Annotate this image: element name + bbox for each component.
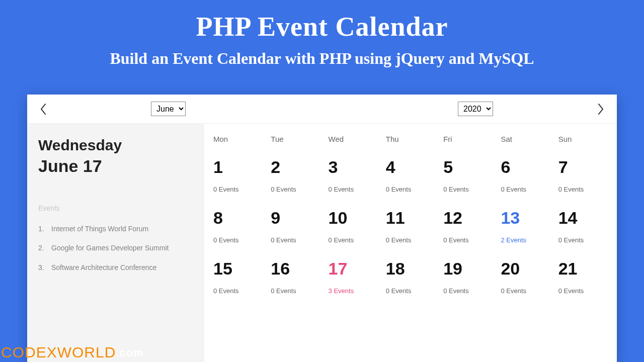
chevron-right-icon	[597, 103, 605, 115]
day-event-count: 0 Events	[271, 186, 320, 193]
day-event-count: 0 Events	[213, 186, 263, 193]
day-number: 4	[386, 158, 435, 175]
weekday-header: Fri	[439, 133, 497, 152]
day-number: 8	[213, 209, 263, 226]
page-title: PHP Event Calendar	[0, 0, 644, 42]
selected-day-date: June 17	[38, 156, 193, 176]
day-event-count: 0 Events	[558, 236, 608, 244]
month-select[interactable]: June	[151, 102, 186, 116]
calendar-day[interactable]: 80 Events	[209, 203, 267, 254]
day-number: 17	[329, 260, 378, 277]
selected-day-weekday: Wednesday	[38, 137, 193, 154]
day-number: 15	[213, 260, 263, 277]
day-event-count: 0 Events	[443, 236, 493, 244]
day-event-count: 0 Events	[443, 287, 493, 295]
calendar-day[interactable]: 180 Events	[382, 254, 439, 305]
day-number: 13	[501, 209, 550, 226]
day-number: 16	[271, 260, 320, 277]
calendar-day[interactable]: 10 Events	[209, 152, 267, 203]
day-event-count: 0 Events	[271, 287, 320, 295]
calendar-day[interactable]: 120 Events	[439, 203, 497, 254]
day-number: 7	[558, 158, 608, 175]
calendar-day[interactable]: 190 Events	[439, 254, 497, 305]
day-event-count: 0 Events	[558, 186, 608, 193]
day-number: 3	[329, 158, 378, 175]
weekday-header: Sat	[497, 133, 554, 152]
calendar-week: 10 Events20 Events30 Events40 Events50 E…	[209, 152, 612, 203]
day-event-count: 0 Events	[329, 236, 378, 244]
calendar-day[interactable]: 20 Events	[267, 152, 324, 203]
calendar-day[interactable]: 90 Events	[267, 203, 324, 254]
calendar-week: 80 Events90 Events100 Events110 Events12…	[209, 203, 612, 254]
day-event-count: 0 Events	[501, 287, 550, 295]
selected-day-panel: Wednesday June 17 Events Internet of Thi…	[27, 124, 204, 362]
day-event-count: 0 Events	[213, 287, 263, 295]
calendar-card: June 2020 Wednesday June 17 Events Inter…	[27, 95, 617, 362]
day-event-count: 3 Events	[329, 287, 378, 295]
events-list: Internet of Things World ForumGoogle for…	[38, 219, 193, 278]
calendar-day[interactable]: 140 Events	[554, 203, 612, 254]
weekday-header: Sun	[554, 133, 612, 152]
day-number: 9	[271, 209, 320, 226]
weekday-header: Wed	[325, 133, 382, 152]
calendar-day[interactable]: 173 Events	[325, 254, 382, 305]
event-list-item[interactable]: Google for Games Developer Summit	[38, 238, 193, 258]
event-list-item[interactable]: Software Architecture Conference	[38, 258, 193, 278]
calendar-day[interactable]: 50 Events	[439, 152, 497, 203]
watermark: CODEXWORLD.com	[1, 344, 144, 361]
day-event-count: 0 Events	[501, 186, 550, 193]
year-select[interactable]: 2020	[458, 102, 493, 116]
chevron-left-icon	[39, 103, 47, 115]
calendar-day[interactable]: 40 Events	[382, 152, 439, 203]
day-number: 14	[558, 209, 608, 226]
calendar-day[interactable]: 132 Events	[497, 203, 554, 254]
calendar-week: 150 Events160 Events173 Events180 Events…	[209, 254, 612, 305]
calendar-day[interactable]: 30 Events	[325, 152, 382, 203]
day-number: 2	[271, 158, 320, 175]
calendar-day[interactable]: 200 Events	[497, 254, 554, 305]
day-event-count: 0 Events	[443, 186, 493, 193]
weekday-header: Tue	[267, 133, 324, 152]
day-event-count: 0 Events	[271, 236, 320, 244]
weekday-header-row: MonTueWedThuFriSatSun	[209, 133, 612, 152]
calendar-day[interactable]: 160 Events	[267, 254, 324, 305]
calendar-day[interactable]: 110 Events	[382, 203, 439, 254]
day-event-count: 0 Events	[386, 186, 435, 193]
day-number: 18	[386, 260, 435, 277]
weekday-header: Mon	[209, 133, 267, 152]
calendar-day[interactable]: 210 Events	[554, 254, 612, 305]
calendar-day[interactable]: 70 Events	[554, 152, 612, 203]
day-number: 20	[501, 260, 550, 277]
day-number: 11	[386, 209, 435, 226]
weekday-header: Thu	[382, 133, 439, 152]
calendar-topbar: June 2020	[27, 95, 617, 124]
prev-month-button[interactable]	[36, 102, 50, 116]
day-number: 1	[213, 158, 263, 175]
event-list-item[interactable]: Internet of Things World Forum	[38, 219, 193, 239]
page-subtitle: Build an Event Calendar with PHP using j…	[0, 49, 644, 68]
calendar-day[interactable]: 150 Events	[209, 254, 267, 305]
day-number: 5	[443, 158, 493, 175]
day-event-count: 0 Events	[213, 236, 263, 244]
day-number: 21	[558, 260, 608, 277]
day-event-count: 2 Events	[501, 236, 550, 244]
watermark-tld: com	[119, 346, 143, 359]
events-heading: Events	[38, 204, 193, 212]
day-number: 10	[329, 209, 378, 226]
day-event-count: 0 Events	[329, 186, 378, 193]
day-number: 19	[443, 260, 493, 277]
day-event-count: 0 Events	[386, 287, 435, 295]
day-number: 12	[443, 209, 493, 226]
calendar-day[interactable]: 100 Events	[325, 203, 382, 254]
watermark-brand: CODEXWORLD	[1, 344, 116, 360]
day-event-count: 0 Events	[558, 287, 608, 295]
next-month-button[interactable]	[594, 102, 608, 116]
day-number: 6	[501, 158, 550, 175]
calendar-day[interactable]: 60 Events	[497, 152, 554, 203]
day-event-count: 0 Events	[386, 236, 435, 244]
calendar-grid: MonTueWedThuFriSatSun 10 Events20 Events…	[204, 124, 617, 362]
